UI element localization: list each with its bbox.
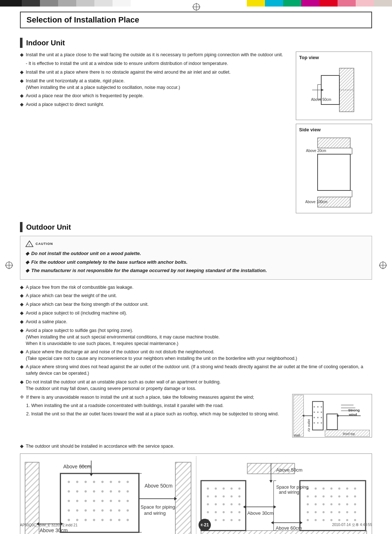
list-item: ◆ Avoid a place subject to oil (includin… [20,310,372,317]
svg-rect-25 [318,138,350,148]
svg-text:Space for piping: Space for piping [276,484,309,489]
svg-point-165 [354,487,356,489]
indoor-unit-header: Indoor Unit [20,38,372,48]
list-item: ✛ If there is any unavoidable reason to … [20,394,286,400]
svg-text:wind: wind [348,412,357,416]
svg-point-45 [321,406,322,407]
svg-point-78 [127,481,129,483]
svg-point-48 [321,411,322,413]
svg-point-178 [346,503,348,505]
svg-point-95 [68,509,70,512]
svg-text:Above 50cm: Above 50cm [311,98,331,102]
svg-point-166 [307,495,309,497]
svg-point-135 [222,487,225,489]
svg-point-79 [68,490,70,492]
svg-point-73 [85,481,87,483]
svg-point-101 [118,509,121,512]
list-item: ✛ 1. When installing the unit at a roads… [20,402,286,409]
svg-text:and wiring: and wiring [144,510,166,516]
svg-point-149 [215,511,217,513]
svg-point-171 [346,495,348,497]
svg-point-143 [207,503,209,505]
svg-point-75 [101,481,103,483]
wind-section: Air outlet Wall Roof top Strong wind [20,394,372,441]
reg-mark-left [5,261,13,269]
svg-point-76 [110,481,112,483]
caution-items: ◆ Do not install the outdoor unit on a w… [25,250,367,274]
side-view-label: Side view [299,127,369,132]
top-view-label: Top view [299,55,369,60]
svg-point-100 [110,509,112,512]
footer-left: AP50Q0C_IBIM_E 32201-2.indd 21 [20,523,77,527]
svg-point-142 [238,495,240,497]
svg-point-93 [118,500,121,502]
reg-mark-right [379,261,387,269]
footer-right: 2010-07-14 오후 4:40:55 [332,522,372,527]
caution-box: ! CAUTION ◆ Do not install the outdoor u… [20,236,372,280]
svg-text:Space for piping: Space for piping [140,504,175,510]
indoor-unit-title: Indoor Unit [26,39,65,47]
svg-point-152 [238,511,240,513]
svg-point-98 [93,509,95,512]
reg-mark-top [192,3,200,11]
diagrams-col: Top view [296,52,372,218]
svg-point-74 [93,481,95,483]
svg-text:!: ! [29,243,30,247]
svg-point-177 [338,503,340,505]
svg-point-169 [330,495,332,497]
svg-text:Wall: Wall [294,434,300,437]
svg-point-141 [230,495,233,497]
svg-point-163 [338,487,340,489]
list-item: ◆ Avoid a saline place. [20,319,372,325]
svg-text:Above 60cm: Above 60cm [63,464,91,469]
svg-point-92 [110,500,112,502]
svg-point-180 [307,511,309,513]
outdoor-unit-title: Outdoor Unit [26,223,71,231]
caution-item: ◆ Do not install the outdoor unit on a w… [25,250,367,257]
svg-point-179 [354,503,356,505]
svg-point-174 [314,503,317,505]
svg-point-133 [207,487,209,489]
svg-point-134 [215,487,217,489]
svg-point-72 [76,481,78,483]
section-bar-outdoor [20,222,23,232]
list-item: ◆ Install the unit at a place close to t… [20,52,289,58]
svg-point-96 [76,509,78,512]
svg-point-181 [314,511,317,513]
indoor-bullets: ◆ Install the unit at a place close to t… [20,52,289,218]
svg-point-183 [330,511,332,513]
svg-point-86 [127,490,129,492]
svg-point-151 [230,511,233,513]
top-view-diagram: Top view [296,52,372,120]
svg-point-172 [354,495,356,497]
svg-text:Strong: Strong [348,408,360,412]
svg-point-71 [68,481,70,483]
list-item: ◆ A place where strong wind does not hea… [20,363,372,377]
last-bullet-list: ◆ The outdoor unit should be installed i… [20,443,372,450]
svg-point-160 [314,487,317,489]
svg-point-85 [118,490,121,492]
svg-point-184 [338,511,340,513]
svg-point-77 [118,481,121,483]
svg-point-89 [85,500,87,502]
svg-point-182 [322,511,324,513]
svg-point-150 [222,511,225,513]
list-item: ◆ A place which can bear the fixing stre… [20,301,372,308]
svg-text:and wiring: and wiring [279,490,299,495]
svg-point-138 [207,495,209,497]
svg-point-185 [346,511,348,513]
list-item: ◆ A place free from the risk of combusti… [20,284,372,291]
svg-point-176 [330,503,332,505]
svg-point-94 [127,500,129,502]
list-item: ◆ - It is effective to install the unit … [20,60,289,67]
svg-point-50 [317,417,319,418]
caution-item: ◆ Fix the outdoor unit completely to the… [25,259,367,266]
svg-rect-27 [318,154,350,190]
svg-point-175 [322,503,324,505]
page-title: Selection of Installation Place [26,15,366,25]
list-item: ◆ The outdoor unit should be installed i… [20,443,372,450]
caution-header: ! CAUTION [25,240,367,248]
svg-point-162 [330,487,332,489]
svg-point-167 [314,495,317,497]
svg-point-186 [354,511,356,513]
